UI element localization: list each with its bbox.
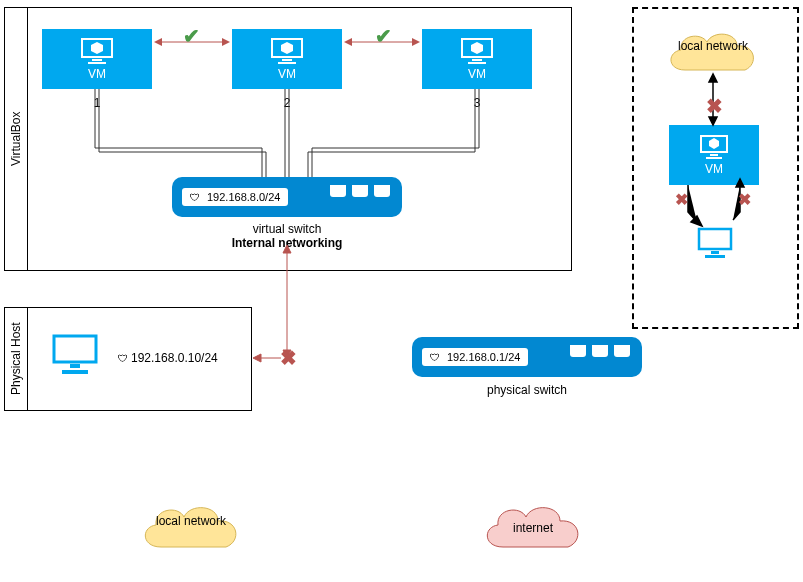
inset-vm: VM <box>669 125 759 185</box>
svg-rect-1 <box>92 59 102 61</box>
svg-rect-12 <box>70 364 80 368</box>
cloud-local <box>136 497 246 559</box>
inset-cross-top: ✖ <box>706 94 723 118</box>
physical-host-ip: 192.168.0.10/24 <box>118 351 218 365</box>
vm-2: VM <box>232 29 342 89</box>
physical-switch: 192.168.0.1/24 <box>412 337 642 377</box>
vm-2-label: VM <box>278 67 296 81</box>
check-12: ✔ <box>183 24 200 48</box>
inset-cross-left: ✖ <box>675 190 688 209</box>
svg-rect-8 <box>468 62 486 64</box>
inset-cross-right: ✖ <box>738 190 751 209</box>
svg-rect-2 <box>88 62 106 64</box>
virtual-switch-ip: 192.168.8.0/24 <box>182 188 288 206</box>
svg-rect-13 <box>62 370 88 374</box>
svg-rect-21 <box>705 255 725 258</box>
cloud-local-label: local network <box>148 515 234 528</box>
svg-rect-4 <box>282 59 292 61</box>
check-23: ✔ <box>375 24 392 48</box>
virtual-switch-label: virtual switch <box>172 222 402 236</box>
virtual-switch-sublabel: Internal networking <box>172 236 402 250</box>
cross-host: ✖ <box>280 346 297 370</box>
inset-pc <box>696 226 734 261</box>
virtual-switch: 192.168.8.0/24 <box>172 177 402 217</box>
svg-rect-17 <box>710 154 718 156</box>
svg-rect-5 <box>278 62 296 64</box>
inset-vm-label: VM <box>705 162 723 176</box>
cloud-internet-label: internet <box>490 521 576 535</box>
inset-cloud <box>663 24 763 82</box>
svg-rect-7 <box>472 59 482 61</box>
svg-rect-19 <box>699 229 731 249</box>
vm-3: VM <box>422 29 532 89</box>
physical-switch-ip: 192.168.0.1/24 <box>422 348 528 366</box>
inset-cloud-label: local network <box>670 40 756 52</box>
vm-3-label: VM <box>468 67 486 81</box>
vm-2-num: 2 <box>232 96 342 110</box>
vm-1: VM <box>42 29 152 89</box>
svg-rect-20 <box>711 251 719 254</box>
diagram-canvas: VirtualBox VM 1 VM 2 VM 3 ✔ ✔ 192.168.8.… <box>0 0 803 582</box>
vm-1-num: 1 <box>42 96 152 110</box>
physical-switch-label: physical switch <box>412 383 642 397</box>
vm-3-num: 3 <box>422 96 532 110</box>
vm-1-label: VM <box>88 67 106 81</box>
svg-rect-11 <box>54 336 96 362</box>
physical-host-pc <box>50 332 100 379</box>
physicalhost-label: Physical Host <box>4 307 28 411</box>
virtualbox-label: VirtualBox <box>4 7 28 271</box>
svg-rect-18 <box>706 157 722 159</box>
